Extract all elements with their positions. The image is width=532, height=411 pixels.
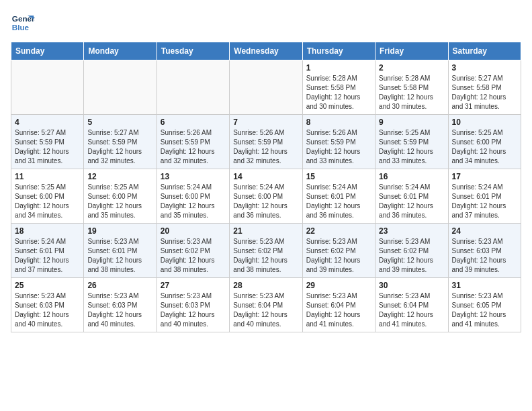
day-info: Sunrise: 5:23 AM Sunset: 6:03 PM Dayligh…	[452, 237, 517, 275]
calendar-header: SundayMondayTuesdayWednesdayThursdayFrid…	[11, 42, 521, 60]
day-info: Sunrise: 5:23 AM Sunset: 6:03 PM Dayligh…	[87, 291, 152, 329]
day-info: Sunrise: 5:25 AM Sunset: 5:59 PM Dayligh…	[379, 128, 444, 166]
cell-0-4: 1Sunrise: 5:28 AM Sunset: 5:58 PM Daylig…	[302, 60, 375, 115]
week-row-4: 18Sunrise: 5:24 AM Sunset: 6:01 PM Dayli…	[11, 224, 521, 278]
cell-0-6: 3Sunrise: 5:27 AM Sunset: 5:58 PM Daylig…	[448, 60, 521, 115]
day-number: 2	[379, 63, 444, 73]
cell-2-4: 15Sunrise: 5:24 AM Sunset: 6:01 PM Dayli…	[302, 169, 375, 224]
cell-1-3: 7Sunrise: 5:26 AM Sunset: 5:59 PM Daylig…	[230, 115, 302, 169]
week-row-3: 11Sunrise: 5:25 AM Sunset: 6:00 PM Dayli…	[11, 169, 521, 224]
header: General Blue	[11, 11, 521, 35]
day-info: Sunrise: 5:23 AM Sunset: 6:02 PM Dayligh…	[233, 237, 298, 275]
day-info: Sunrise: 5:24 AM Sunset: 6:01 PM Dayligh…	[379, 183, 444, 220]
header-row: SundayMondayTuesdayWednesdayThursdayFrid…	[11, 42, 521, 60]
day-number: 28	[233, 281, 298, 290]
day-info: Sunrise: 5:27 AM Sunset: 5:59 PM Dayligh…	[87, 128, 152, 166]
cell-0-3	[230, 60, 302, 115]
day-info: Sunrise: 5:25 AM Sunset: 6:00 PM Dayligh…	[15, 183, 80, 220]
cell-3-5: 23Sunrise: 5:23 AM Sunset: 6:02 PM Dayli…	[375, 224, 448, 278]
cell-3-2: 20Sunrise: 5:23 AM Sunset: 6:02 PM Dayli…	[157, 224, 229, 278]
day-info: Sunrise: 5:26 AM Sunset: 5:59 PM Dayligh…	[233, 128, 298, 166]
cell-0-5: 2Sunrise: 5:28 AM Sunset: 5:58 PM Daylig…	[375, 60, 448, 115]
day-info: Sunrise: 5:24 AM Sunset: 6:01 PM Dayligh…	[306, 183, 371, 220]
day-info: Sunrise: 5:26 AM Sunset: 5:59 PM Dayligh…	[306, 128, 371, 166]
header-thursday: Thursday	[302, 42, 375, 60]
day-number: 6	[161, 118, 226, 127]
day-number: 25	[15, 281, 80, 290]
day-number: 23	[379, 226, 444, 236]
day-info: Sunrise: 5:28 AM Sunset: 5:58 PM Dayligh…	[306, 74, 371, 111]
day-number: 3	[452, 63, 517, 73]
day-number: 18	[15, 226, 80, 236]
cell-1-0: 4Sunrise: 5:27 AM Sunset: 5:59 PM Daylig…	[11, 115, 84, 169]
day-info: Sunrise: 5:25 AM Sunset: 6:00 PM Dayligh…	[87, 183, 152, 220]
day-info: Sunrise: 5:24 AM Sunset: 6:01 PM Dayligh…	[452, 183, 517, 220]
day-number: 13	[161, 172, 226, 181]
cell-4-3: 28Sunrise: 5:23 AM Sunset: 6:04 PM Dayli…	[230, 278, 302, 332]
day-info: Sunrise: 5:27 AM Sunset: 5:58 PM Dayligh…	[452, 74, 517, 111]
day-info: Sunrise: 5:27 AM Sunset: 5:59 PM Dayligh…	[15, 128, 80, 166]
cell-0-0	[11, 60, 84, 115]
header-friday: Friday	[375, 42, 448, 60]
day-number: 22	[306, 226, 371, 236]
cell-3-6: 24Sunrise: 5:23 AM Sunset: 6:03 PM Dayli…	[448, 224, 521, 278]
day-info: Sunrise: 5:24 AM Sunset: 6:00 PM Dayligh…	[161, 183, 226, 220]
cell-2-1: 12Sunrise: 5:25 AM Sunset: 6:00 PM Dayli…	[84, 169, 157, 224]
cell-2-3: 14Sunrise: 5:24 AM Sunset: 6:00 PM Dayli…	[230, 169, 302, 224]
day-info: Sunrise: 5:24 AM Sunset: 6:00 PM Dayligh…	[233, 183, 298, 220]
day-info: Sunrise: 5:25 AM Sunset: 6:00 PM Dayligh…	[452, 128, 517, 166]
header-saturday: Saturday	[448, 42, 521, 60]
day-number: 4	[15, 118, 80, 127]
day-info: Sunrise: 5:23 AM Sunset: 6:04 PM Dayligh…	[379, 291, 444, 329]
cell-2-6: 17Sunrise: 5:24 AM Sunset: 6:01 PM Dayli…	[448, 169, 521, 224]
header-wednesday: Wednesday	[230, 42, 302, 60]
cell-4-0: 25Sunrise: 5:23 AM Sunset: 6:03 PM Dayli…	[11, 278, 84, 332]
day-info: Sunrise: 5:23 AM Sunset: 6:03 PM Dayligh…	[15, 291, 80, 329]
day-number: 31	[452, 281, 517, 290]
day-number: 11	[15, 172, 80, 181]
day-number: 8	[306, 118, 371, 127]
week-row-5: 25Sunrise: 5:23 AM Sunset: 6:03 PM Dayli…	[11, 278, 521, 332]
day-number: 24	[452, 226, 517, 236]
cell-1-6: 10Sunrise: 5:25 AM Sunset: 6:00 PM Dayli…	[448, 115, 521, 169]
day-number: 12	[87, 172, 152, 181]
day-info: Sunrise: 5:26 AM Sunset: 5:59 PM Dayligh…	[161, 128, 226, 166]
day-number: 29	[306, 281, 371, 290]
day-number: 15	[306, 172, 371, 181]
cell-1-1: 5Sunrise: 5:27 AM Sunset: 5:59 PM Daylig…	[84, 115, 157, 169]
cell-3-0: 18Sunrise: 5:24 AM Sunset: 6:01 PM Dayli…	[11, 224, 84, 278]
day-number: 14	[233, 172, 298, 181]
cell-0-2	[157, 60, 229, 115]
day-info: Sunrise: 5:28 AM Sunset: 5:58 PM Dayligh…	[379, 74, 444, 111]
day-number: 7	[233, 118, 298, 127]
day-number: 16	[379, 172, 444, 181]
day-info: Sunrise: 5:23 AM Sunset: 6:02 PM Dayligh…	[161, 237, 226, 275]
svg-text:Blue: Blue	[12, 23, 30, 32]
cell-4-1: 26Sunrise: 5:23 AM Sunset: 6:03 PM Dayli…	[84, 278, 157, 332]
calendar-table: SundayMondayTuesdayWednesdayThursdayFrid…	[11, 42, 521, 332]
day-info: Sunrise: 5:23 AM Sunset: 6:04 PM Dayligh…	[306, 291, 371, 329]
day-number: 1	[306, 63, 371, 73]
day-info: Sunrise: 5:23 AM Sunset: 6:02 PM Dayligh…	[306, 237, 371, 275]
cell-0-1	[84, 60, 157, 115]
cell-4-6: 31Sunrise: 5:23 AM Sunset: 6:05 PM Dayli…	[448, 278, 521, 332]
header-sunday: Sunday	[11, 42, 84, 60]
header-tuesday: Tuesday	[157, 42, 229, 60]
day-number: 26	[87, 281, 152, 290]
day-number: 20	[161, 226, 226, 236]
cell-4-2: 27Sunrise: 5:23 AM Sunset: 6:03 PM Dayli…	[157, 278, 229, 332]
cell-3-4: 22Sunrise: 5:23 AM Sunset: 6:02 PM Dayli…	[302, 224, 375, 278]
cell-3-1: 19Sunrise: 5:23 AM Sunset: 6:01 PM Dayli…	[84, 224, 157, 278]
cell-2-0: 11Sunrise: 5:25 AM Sunset: 6:00 PM Dayli…	[11, 169, 84, 224]
day-number: 5	[87, 118, 152, 127]
cell-4-4: 29Sunrise: 5:23 AM Sunset: 6:04 PM Dayli…	[302, 278, 375, 332]
cell-2-5: 16Sunrise: 5:24 AM Sunset: 6:01 PM Dayli…	[375, 169, 448, 224]
day-info: Sunrise: 5:24 AM Sunset: 6:01 PM Dayligh…	[15, 237, 80, 275]
day-number: 10	[452, 118, 517, 127]
cell-1-2: 6Sunrise: 5:26 AM Sunset: 5:59 PM Daylig…	[157, 115, 229, 169]
cell-3-3: 21Sunrise: 5:23 AM Sunset: 6:02 PM Dayli…	[230, 224, 302, 278]
day-number: 30	[379, 281, 444, 290]
calendar-body: 1Sunrise: 5:28 AM Sunset: 5:58 PM Daylig…	[11, 60, 521, 332]
cell-1-5: 9Sunrise: 5:25 AM Sunset: 5:59 PM Daylig…	[375, 115, 448, 169]
week-row-2: 4Sunrise: 5:27 AM Sunset: 5:59 PM Daylig…	[11, 115, 521, 169]
